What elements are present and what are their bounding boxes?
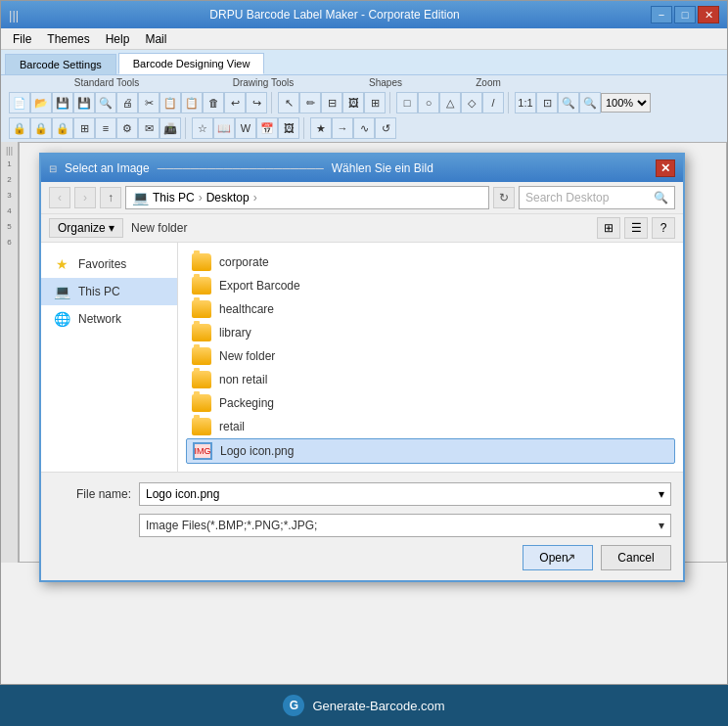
print-btn[interactable]: 🖨 (116, 92, 138, 113)
folder-corporate[interactable]: corporate (186, 250, 675, 274)
folder-label-non-retail: non retail (219, 373, 267, 386)
print-preview-btn[interactable]: 🔍 (95, 92, 116, 113)
filetype-select[interactable]: Image Files(*.BMP;*.PNG;*.JPG; ▾ (139, 514, 671, 537)
diamond-btn[interactable]: ◇ (461, 92, 482, 113)
folder-retail[interactable]: retail (186, 415, 675, 438)
curve-btn[interactable]: ∿ (353, 117, 375, 139)
folder-non-retail[interactable]: non retail (186, 368, 675, 391)
menu-themes[interactable]: Themes (39, 30, 97, 48)
folder-icon-non-retail (192, 371, 211, 388)
rotate-btn[interactable]: ↺ (375, 117, 396, 139)
network-label: Network (78, 312, 121, 326)
folder-packeging[interactable]: Packeging (186, 391, 675, 415)
menu-file[interactable]: File (5, 30, 39, 48)
zoom-fit-btn[interactable]: ⊡ (536, 92, 558, 113)
lock-btn[interactable]: 🔒 (9, 117, 30, 139)
select-btn[interactable]: ↖ (278, 92, 299, 113)
open-btn[interactable]: 📂 (30, 92, 52, 113)
star-tools-group: ☆ 📖 W 📅 🖼 (188, 117, 304, 139)
date-btn[interactable]: 📅 (256, 117, 278, 139)
zoom-normal-btn[interactable]: 1:1 (515, 92, 536, 113)
save-as-btn[interactable]: 💾 (73, 92, 95, 113)
dialog-close-button[interactable]: ✕ (656, 159, 675, 177)
copy-btn[interactable]: 📋 (159, 92, 181, 113)
folder-label-library: library (219, 326, 251, 340)
image-btn[interactable]: 🖼 (342, 92, 364, 113)
zoom-out-btn[interactable]: 🔍 (579, 92, 601, 113)
nav-item-this-pc[interactable]: 💻 This PC (41, 278, 177, 305)
path-sep-2: › (253, 191, 257, 204)
fax-btn[interactable]: 📠 (159, 117, 181, 139)
book-btn[interactable]: 📖 (213, 117, 235, 139)
new-folder-button[interactable]: New folder (131, 221, 187, 235)
this-pc-label: This PC (78, 285, 120, 298)
cut-btn[interactable]: ✂ (138, 92, 159, 113)
drawing-tools-group: ↖ ✏ ⊟ 🖼 ⊞ (274, 92, 390, 113)
barcode-btn[interactable]: ⊟ (321, 92, 342, 113)
organize-button[interactable]: Organize ▾ (49, 218, 123, 238)
nav-item-network[interactable]: 🌐 Network (41, 305, 177, 333)
paste-btn[interactable]: 📋 (181, 92, 203, 113)
redo-btn[interactable]: ↪ (246, 92, 267, 113)
folder-icon-library (192, 324, 211, 341)
ellipse-btn[interactable]: ○ (418, 92, 439, 113)
view-grid-button[interactable]: ⊞ (597, 217, 620, 239)
title-bar: ||| DRPU Barcode Label Maker - Corporate… (1, 1, 727, 28)
zoom-select[interactable]: 100% (601, 93, 651, 113)
up-button[interactable]: ↑ (100, 187, 121, 208)
tab-barcode-designing-view[interactable]: Barcode Designing View (118, 53, 265, 74)
folder-label-export-barcode: Export Barcode (219, 279, 300, 293)
ruler-mark-6: 6 (1, 238, 18, 253)
cancel-button[interactable]: Cancel (601, 545, 671, 570)
table-btn[interactable]: ⊞ (364, 92, 386, 113)
prop-btn[interactable]: ⚙ (116, 117, 138, 139)
zoom-in-btn[interactable]: 🔍 (558, 92, 579, 113)
email-btn[interactable]: ✉ (138, 117, 159, 139)
filename-label: File name: (53, 487, 131, 501)
close-button[interactable]: ✕ (698, 6, 719, 23)
help-button[interactable]: ? (652, 217, 675, 239)
lock2-btn[interactable]: 🔒 (30, 117, 52, 139)
address-path[interactable]: 💻 This PC › Desktop › (125, 186, 489, 209)
bottom-bar-logo: G (283, 695, 304, 716)
menu-mail[interactable]: Mail (137, 30, 174, 48)
folder-library[interactable]: library (186, 321, 675, 344)
shapes-group: □ ○ △ ◇ / (392, 92, 509, 113)
view-details-button[interactable]: ☰ (624, 217, 648, 239)
save-btn[interactable]: 💾 (52, 92, 73, 113)
star-btn[interactable]: ☆ (192, 117, 213, 139)
file-label-logo-icon-png: Logo icon.png (220, 444, 294, 458)
pencil-btn[interactable]: ✏ (299, 92, 321, 113)
delete-btn[interactable]: 🗑 (203, 92, 224, 113)
nav-item-favorites[interactable]: ★ Favorites (41, 250, 177, 278)
new-btn[interactable]: 📄 (9, 92, 30, 113)
triangle-btn[interactable]: △ (439, 92, 461, 113)
back-button[interactable]: ‹ (49, 187, 70, 208)
list-btn[interactable]: ≡ (95, 117, 116, 139)
toolbars-container: Standard Tools Drawing Tools Shapes Zoom… (1, 75, 727, 142)
cursor-icon: ↗ (565, 550, 576, 566)
menu-help[interactable]: Help (98, 30, 138, 48)
folder-export-barcode[interactable]: Export Barcode (186, 274, 675, 297)
refresh-button[interactable]: ↻ (493, 187, 515, 208)
content-area: ||| 1 2 3 4 5 6 ⊟ Select an Image ──────… (1, 142, 727, 563)
img2-btn[interactable]: 🖼 (278, 117, 299, 139)
star2-btn[interactable]: ★ (310, 117, 332, 139)
maximize-button[interactable]: □ (674, 6, 696, 23)
grid-btn[interactable]: ⊞ (73, 117, 95, 139)
filename-input[interactable]: Logo icon.png ▾ (139, 482, 671, 506)
rect-btn[interactable]: □ (396, 92, 418, 113)
folder-new-folder[interactable]: New folder (186, 344, 675, 368)
arrow-btn[interactable]: → (332, 117, 353, 139)
undo-btn[interactable]: ↩ (224, 92, 246, 113)
line-btn[interactable]: / (482, 92, 504, 113)
open-button[interactable]: Open ↗ (523, 545, 593, 570)
minimize-button[interactable]: − (651, 6, 672, 23)
search-box[interactable]: Search Desktop 🔍 (519, 186, 675, 209)
folder-healthcare[interactable]: healthcare (186, 297, 675, 321)
text-btn[interactable]: W (235, 117, 256, 139)
tab-barcode-settings[interactable]: Barcode Settings (5, 54, 116, 74)
file-logo-icon-png[interactable]: IMG Logo icon.png (186, 438, 675, 464)
forward-button[interactable]: › (74, 187, 96, 208)
lock3-btn[interactable]: 🔒 (52, 117, 73, 139)
